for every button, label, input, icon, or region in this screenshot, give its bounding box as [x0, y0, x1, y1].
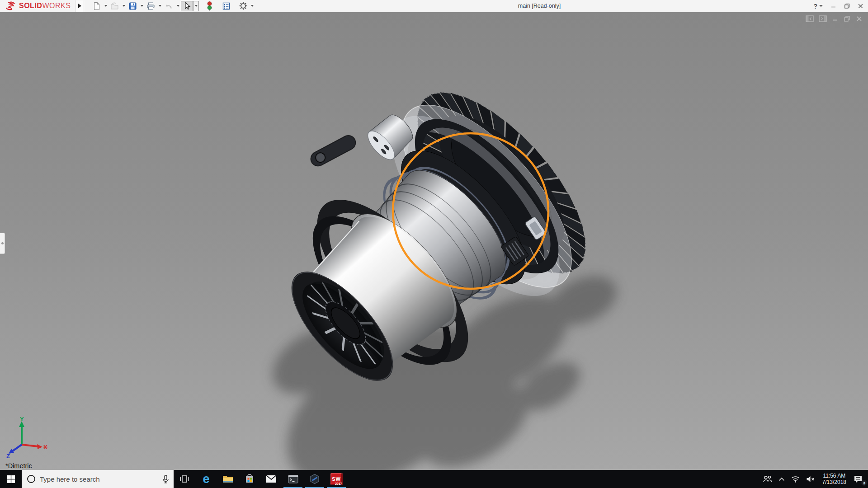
- orientation-triad[interactable]: Y X Z: [3, 417, 48, 458]
- undo-button[interactable]: [163, 1, 175, 11]
- volume-muted-icon: [806, 476, 815, 483]
- cad-hexagon-app-button[interactable]: [304, 470, 326, 488]
- help-glyph: ?: [813, 3, 817, 10]
- solidworks-2017-icon: SW 2017: [330, 473, 343, 485]
- task-view-icon: [179, 474, 189, 483]
- toolbar: [90, 1, 255, 11]
- search-input[interactable]: [40, 475, 158, 483]
- task-view-button[interactable]: [174, 470, 195, 488]
- document-window-controls: [806, 15, 863, 22]
- volume-button[interactable]: [803, 470, 818, 488]
- tray-date: 7/13/2018: [822, 479, 846, 485]
- toolbar-flyout-button[interactable]: [75, 0, 84, 12]
- design-table-button[interactable]: [220, 1, 232, 11]
- new-document-dropdown[interactable]: [103, 1, 108, 11]
- taskbar-search[interactable]: [22, 470, 174, 488]
- file-explorer-button[interactable]: [217, 470, 239, 488]
- start-button[interactable]: [0, 470, 22, 488]
- doc-pane-right-button[interactable]: [819, 15, 827, 22]
- people-button[interactable]: [759, 470, 775, 488]
- new-document-icon: [92, 1, 101, 11]
- doc-pane-left-button[interactable]: [806, 15, 814, 22]
- graphics-viewport[interactable]: Y X Z *Dimetric: [0, 12, 868, 470]
- traffic-light-icon: [205, 1, 214, 11]
- open-button[interactable]: [108, 1, 121, 11]
- window-controls: ?: [813, 0, 863, 12]
- gear-icon: [238, 1, 248, 11]
- edge-button[interactable]: e: [195, 470, 217, 488]
- solidworks-logo: SOLIDWORKS: [0, 0, 75, 12]
- screen: { "colors": { "accent-orange": "#F7941E"…: [0, 0, 868, 488]
- minimize-button[interactable]: [830, 3, 836, 9]
- titlebar: SOLIDWORKS: [0, 0, 868, 12]
- chevron-up-icon: [778, 477, 785, 481]
- brand-text: SOLIDWORKS: [19, 2, 71, 10]
- print-icon: [146, 1, 156, 11]
- restore-button[interactable]: [844, 3, 850, 9]
- select-button[interactable]: [181, 1, 193, 11]
- save-dropdown[interactable]: [139, 1, 145, 11]
- hidden-icons-button[interactable]: [775, 470, 788, 488]
- select-dropdown[interactable]: [193, 1, 199, 11]
- print-dropdown[interactable]: [157, 1, 163, 11]
- view-orientation-label: *Dimetric: [5, 462, 32, 469]
- open-icon: [110, 1, 119, 11]
- taskbar: e: [0, 470, 868, 488]
- open-dropdown[interactable]: [121, 1, 127, 11]
- close-button[interactable]: [858, 3, 863, 9]
- bracket-arm[interactable]: [308, 133, 358, 169]
- tray-time: 11:56 AM: [822, 473, 846, 479]
- people-icon: [762, 475, 772, 483]
- help-button[interactable]: ?: [813, 3, 823, 10]
- select-cursor-icon: [182, 1, 192, 11]
- new-document-button[interactable]: [90, 1, 103, 11]
- doc-minimize-button[interactable]: [832, 15, 839, 22]
- document-title: main [Read-only]: [518, 3, 561, 9]
- undo-dropdown[interactable]: [175, 1, 181, 11]
- notification-badge: 3: [861, 479, 868, 486]
- command-prompt-icon: [288, 475, 298, 483]
- options-button[interactable]: [237, 1, 249, 11]
- windows-logo-icon: [7, 475, 15, 483]
- edge-icon: e: [203, 473, 209, 485]
- solidworks-2017-button[interactable]: SW 2017: [326, 470, 347, 488]
- feature-manager-tab[interactable]: [0, 233, 5, 254]
- clock[interactable]: 11:56 AM 7/13/2018: [818, 470, 850, 488]
- print-button[interactable]: [145, 1, 157, 11]
- network-button[interactable]: [788, 470, 803, 488]
- microphone-icon[interactable]: [162, 475, 169, 483]
- store-icon: [245, 474, 255, 484]
- options-dropdown[interactable]: [249, 1, 255, 11]
- engine-scene: [0, 12, 868, 470]
- appearance-button[interactable]: [203, 1, 216, 11]
- wifi-icon: [791, 476, 800, 483]
- mail-icon: [266, 475, 277, 483]
- save-button[interactable]: [127, 1, 139, 11]
- help-dropdown-icon: [819, 5, 823, 7]
- command-prompt-button[interactable]: [282, 470, 304, 488]
- design-table-icon: [222, 1, 231, 11]
- doc-restore-button[interactable]: [844, 15, 851, 22]
- mail-button[interactable]: [260, 470, 282, 488]
- hexagon-app-icon: [309, 474, 320, 484]
- save-icon: [128, 1, 137, 11]
- microsoft-store-button[interactable]: [239, 470, 260, 488]
- doc-close-button[interactable]: [856, 15, 863, 22]
- panel-tab-dot: [1, 242, 4, 244]
- action-center-button[interactable]: 3: [850, 470, 868, 488]
- solidworks-mark-icon: [5, 1, 17, 10]
- cortana-icon: [27, 475, 35, 483]
- system-tray: 11:56 AM 7/13/2018 3: [759, 470, 868, 488]
- undo-icon: [164, 1, 174, 11]
- triad-z-label: Z: [6, 453, 10, 458]
- file-explorer-icon: [222, 474, 233, 483]
- triad-y-label: Y: [20, 417, 24, 422]
